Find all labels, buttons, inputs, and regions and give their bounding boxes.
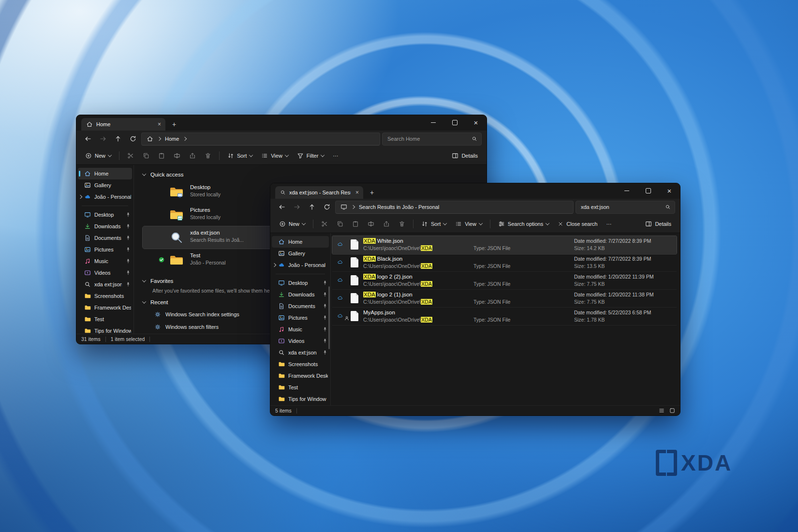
chevron-right-icon[interactable] bbox=[78, 195, 82, 199]
address-bar[interactable]: Search Results in João - Personal bbox=[335, 201, 574, 214]
section-quick-access[interactable]: Quick access bbox=[143, 169, 487, 180]
sidebar-item-screenshots[interactable]: Screenshots bbox=[272, 358, 329, 370]
sidebar-item-music[interactable]: Music bbox=[78, 255, 132, 267]
tab-close-icon[interactable]: × bbox=[354, 189, 360, 196]
maximize-button[interactable] bbox=[444, 115, 465, 130]
quick-access-item-test[interactable]: Test João - Personal bbox=[143, 249, 274, 271]
sidebar-scrollbar[interactable] bbox=[328, 286, 330, 349]
refresh-button[interactable] bbox=[126, 133, 139, 145]
large-icons-view-toggle-icon[interactable] bbox=[669, 408, 675, 414]
tab-close-icon[interactable]: × bbox=[156, 121, 163, 128]
details-view-toggle-icon[interactable] bbox=[659, 408, 665, 414]
sidebar-item-test[interactable]: Test bbox=[272, 382, 329, 393]
copy-button[interactable] bbox=[139, 149, 153, 163]
paste-button[interactable] bbox=[154, 149, 169, 163]
file-row[interactable]: XDA White.json C:\Users\joaoc\OneDrive\X… bbox=[332, 236, 677, 254]
search-input[interactable] bbox=[580, 204, 662, 210]
more-options-button[interactable]: ··· bbox=[602, 217, 615, 231]
sidebar-item-saved-search[interactable]: xda ext:json bbox=[272, 347, 329, 358]
close-search-button[interactable]: Close search bbox=[554, 217, 601, 231]
sidebar-item-desktop[interactable]: Desktop bbox=[272, 277, 329, 289]
close-button[interactable]: × bbox=[659, 183, 680, 198]
new-tab-button[interactable]: + bbox=[168, 118, 180, 130]
sidebar-item-onedrive-personal[interactable]: João - Personal bbox=[78, 191, 132, 203]
sidebar-item-downloads[interactable]: Downloads bbox=[78, 221, 132, 232]
quick-access-item-pictures[interactable]: Pictures Stored locally bbox=[143, 204, 274, 226]
sidebar-item-music[interactable]: Music bbox=[272, 324, 329, 335]
file-row[interactable]: XDA logo 2 (1).json C:\Users\joaoc\OneDr… bbox=[332, 290, 677, 308]
search-input[interactable] bbox=[386, 135, 469, 142]
sidebar-item-videos[interactable]: Videos bbox=[78, 267, 132, 279]
more-options-button[interactable]: ··· bbox=[329, 149, 342, 163]
back-button[interactable] bbox=[81, 133, 94, 145]
paste-button[interactable] bbox=[348, 217, 363, 231]
sidebar-item-saved-search[interactable]: xda ext:json bbox=[78, 279, 132, 290]
breadcrumb-segment[interactable]: Search Results in João - Personal bbox=[359, 204, 439, 210]
quick-access-item-saved-search[interactable]: xda ext:json Search Results in Joã... bbox=[143, 226, 274, 249]
search-box[interactable] bbox=[576, 201, 675, 214]
new-button[interactable]: New bbox=[81, 149, 115, 163]
quick-access-item-desktop[interactable]: Desktop Stored locally bbox=[143, 181, 274, 203]
file-row[interactable]: MyApps.json C:\Users\joaoc\OneDrive\XDA … bbox=[332, 308, 677, 325]
sidebar-item-tips[interactable]: Tips for Window bbox=[272, 393, 329, 405]
rename-button[interactable] bbox=[170, 149, 184, 163]
file-row[interactable]: XDA logo 2 (2).json C:\Users\joaoc\OneDr… bbox=[332, 272, 677, 290]
sort-button[interactable]: Sort bbox=[417, 217, 450, 231]
view-button[interactable]: View bbox=[451, 217, 486, 231]
minimize-button[interactable] bbox=[616, 183, 637, 198]
copy-button[interactable] bbox=[333, 217, 347, 231]
forward-button[interactable] bbox=[96, 133, 109, 145]
search-options-button[interactable]: Search options bbox=[494, 217, 553, 231]
details-pane-button[interactable]: Details bbox=[448, 149, 482, 163]
maximize-button[interactable] bbox=[637, 183, 659, 198]
sort-button[interactable]: Sort bbox=[223, 149, 256, 163]
address-bar[interactable]: Home bbox=[141, 133, 380, 146]
sidebar-item-framework[interactable]: Framework Desk bbox=[78, 302, 132, 313]
minimize-button[interactable] bbox=[423, 115, 444, 130]
up-button[interactable] bbox=[111, 133, 124, 145]
search-icon bbox=[278, 349, 285, 356]
titlebar[interactable]: Home × + × bbox=[76, 115, 487, 131]
cut-button[interactable] bbox=[123, 149, 138, 163]
sidebar-item-desktop[interactable]: Desktop bbox=[78, 209, 132, 221]
rename-button[interactable] bbox=[364, 217, 378, 231]
filter-button[interactable]: Filter bbox=[293, 149, 328, 163]
sidebar-item-onedrive-personal[interactable]: João - Personal bbox=[272, 259, 329, 271]
tab-search-results[interactable]: xda ext:json - Search Results in × bbox=[275, 186, 363, 199]
sidebar-item-gallery[interactable]: Gallery bbox=[272, 248, 329, 259]
details-pane-button[interactable]: Details bbox=[641, 217, 675, 231]
delete-button[interactable] bbox=[395, 217, 409, 231]
delete-button[interactable] bbox=[201, 149, 215, 163]
sidebar-item-screenshots[interactable]: Screenshots bbox=[78, 290, 132, 302]
forward-button[interactable] bbox=[290, 201, 303, 213]
sidebar-item-home[interactable]: Home bbox=[78, 168, 132, 179]
photo-icon bbox=[177, 215, 183, 221]
sidebar-item-downloads[interactable]: Downloads bbox=[272, 289, 329, 300]
new-tab-button[interactable]: + bbox=[366, 187, 378, 198]
sidebar-item-gallery[interactable]: Gallery bbox=[78, 179, 132, 191]
chevron-right-icon[interactable] bbox=[272, 263, 276, 267]
sidebar-item-pictures[interactable]: Pictures bbox=[272, 312, 329, 324]
sidebar-item-home[interactable]: Home bbox=[272, 236, 329, 248]
sidebar-item-test[interactable]: Test bbox=[78, 313, 132, 325]
sidebar-item-framework[interactable]: Framework Desk bbox=[272, 370, 329, 382]
new-button[interactable]: New bbox=[275, 217, 309, 231]
sidebar-item-videos[interactable]: Videos bbox=[272, 335, 329, 347]
share-button[interactable] bbox=[185, 149, 200, 163]
tab-home[interactable]: Home × bbox=[81, 118, 165, 131]
file-row[interactable]: XDA Black.json C:\Users\joaoc\OneDrive\X… bbox=[332, 254, 677, 272]
sidebar-item-pictures[interactable]: Pictures bbox=[78, 244, 132, 255]
view-button[interactable]: View bbox=[257, 149, 292, 163]
breadcrumb-segment[interactable]: Home bbox=[165, 136, 179, 142]
close-button[interactable]: × bbox=[465, 115, 487, 130]
sidebar-item-tips[interactable]: Tips for Window bbox=[78, 325, 132, 334]
share-button[interactable] bbox=[379, 217, 394, 231]
search-box[interactable] bbox=[382, 133, 482, 146]
sidebar-item-documents[interactable]: Documents bbox=[78, 232, 132, 244]
cut-button[interactable] bbox=[317, 217, 332, 231]
up-button[interactable] bbox=[305, 201, 318, 213]
sidebar-item-documents[interactable]: Documents bbox=[272, 300, 329, 312]
titlebar[interactable]: xda ext:json - Search Results in × + × bbox=[270, 183, 680, 199]
refresh-button[interactable] bbox=[320, 201, 333, 213]
back-button[interactable] bbox=[275, 201, 288, 213]
